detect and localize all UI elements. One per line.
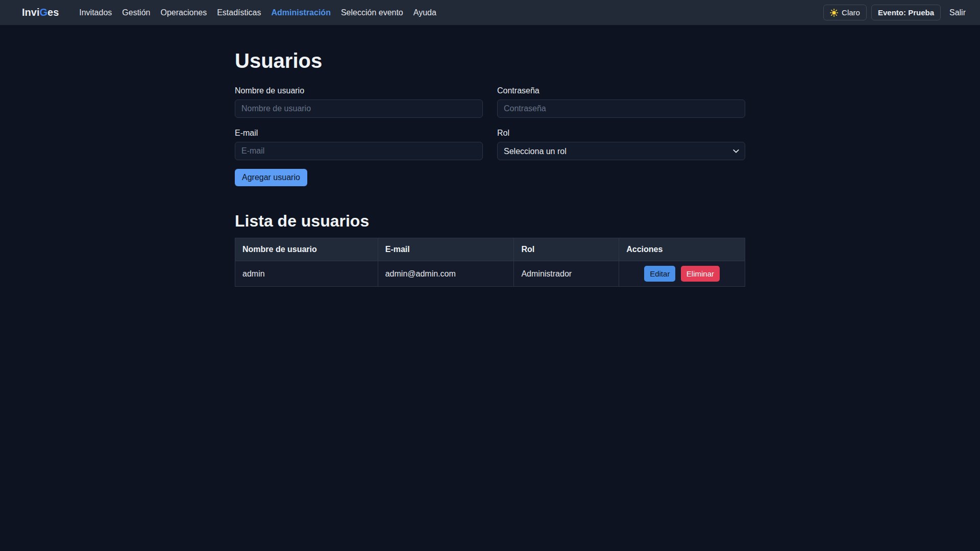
table-header-row: Nombre de usuario E-mail Rol Acciones bbox=[235, 238, 745, 261]
brand-part-1: Invi bbox=[22, 7, 39, 18]
username-label: Nombre de usuario bbox=[235, 86, 483, 95]
users-table: Nombre de usuario E-mail Rol Acciones ad… bbox=[235, 238, 745, 287]
logout-link[interactable]: Salir bbox=[945, 8, 969, 17]
email-label: E-mail bbox=[235, 129, 483, 138]
nav-item-invitados[interactable]: Invitados bbox=[74, 8, 117, 17]
user-list-title: Lista de usuarios bbox=[235, 212, 745, 231]
sun-icon bbox=[830, 9, 838, 17]
brand-part-accent: G bbox=[39, 7, 47, 18]
add-user-button[interactable]: Agregar usuario bbox=[235, 169, 307, 186]
cell-role: Administrador bbox=[514, 261, 619, 287]
role-select[interactable]: Selecciona un rol bbox=[497, 142, 745, 160]
add-user-form: Nombre de usuario Contraseña E-mail Rol … bbox=[235, 86, 745, 160]
top-navbar: InviGes Invitados Gestión Operaciones Es… bbox=[0, 0, 980, 25]
theme-toggle-button[interactable]: Claro bbox=[823, 5, 867, 20]
cell-email: admin@admin.com bbox=[378, 261, 514, 287]
password-input[interactable] bbox=[497, 99, 745, 118]
nav-item-ayuda[interactable]: Ayuda bbox=[408, 8, 442, 17]
nav-item-seleccion-evento[interactable]: Selección evento bbox=[336, 8, 408, 17]
username-input[interactable] bbox=[235, 99, 483, 118]
edit-user-button[interactable]: Editar bbox=[644, 266, 675, 282]
cell-username: admin bbox=[235, 261, 378, 287]
brand-logo[interactable]: InviGes bbox=[22, 7, 59, 18]
nav-links: Invitados Gestión Operaciones Estadístic… bbox=[74, 8, 442, 17]
delete-user-button[interactable]: Eliminar bbox=[681, 266, 720, 282]
password-field-group: Contraseña bbox=[497, 86, 745, 118]
role-select-wrapper: Selecciona un rol bbox=[497, 142, 745, 160]
brand-part-3: es bbox=[47, 7, 59, 18]
table-row: admin admin@admin.com Administrador Edit… bbox=[235, 261, 745, 287]
event-selector-button[interactable]: Evento: Prueba bbox=[871, 5, 941, 20]
role-label: Rol bbox=[497, 129, 745, 138]
username-field-group: Nombre de usuario bbox=[235, 86, 483, 118]
column-header-username: Nombre de usuario bbox=[235, 238, 378, 261]
nav-item-gestion[interactable]: Gestión bbox=[117, 8, 155, 17]
role-field-group: Rol Selecciona un rol bbox=[497, 129, 745, 160]
column-header-email: E-mail bbox=[378, 238, 514, 261]
page-title: Usuarios bbox=[235, 49, 745, 72]
cell-actions: Editar Eliminar bbox=[619, 261, 745, 287]
password-label: Contraseña bbox=[497, 86, 745, 95]
email-field-group: E-mail bbox=[235, 129, 483, 160]
email-input[interactable] bbox=[235, 142, 483, 160]
nav-item-estadisticas[interactable]: Estadísticas bbox=[212, 8, 266, 17]
nav-item-administracion[interactable]: Administración bbox=[266, 8, 335, 17]
nav-item-operaciones[interactable]: Operaciones bbox=[155, 8, 212, 17]
navbar-right-group: Claro Evento: Prueba Salir bbox=[823, 5, 969, 20]
column-header-actions: Acciones bbox=[619, 238, 745, 261]
main-content: Usuarios Nombre de usuario Contraseña E-… bbox=[235, 25, 745, 287]
theme-toggle-label: Claro bbox=[842, 8, 860, 17]
column-header-role: Rol bbox=[514, 238, 619, 261]
